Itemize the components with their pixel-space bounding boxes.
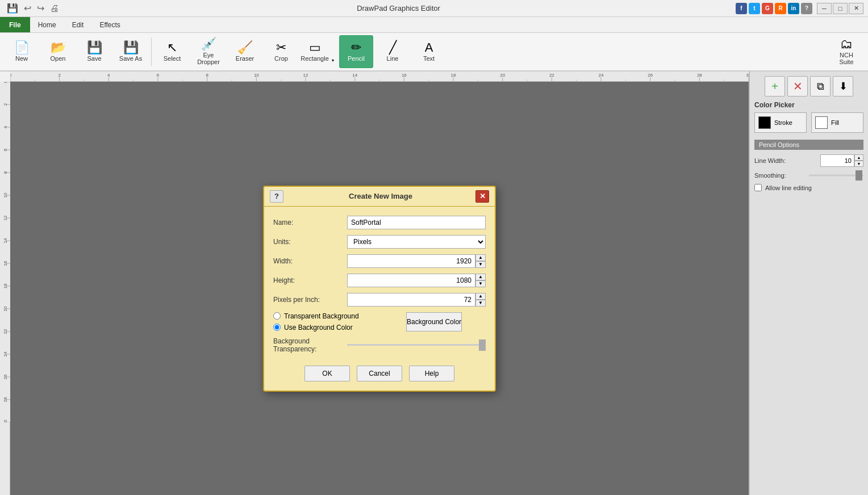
fill-color-btn[interactable]: Fill: [811, 112, 863, 133]
panel-action-buttons: + ✕ ⧉ ⬇: [754, 76, 863, 97]
help-icon-social: ?: [801, 3, 812, 14]
rectangle-btn[interactable]: ▭ Rectangle: [301, 35, 329, 68]
ok-btn[interactable]: OK: [304, 366, 350, 381]
svg-text:22: 22: [549, 73, 554, 78]
transparent-bg-label[interactable]: Transparent Background: [284, 312, 359, 320]
new-icon: 📄: [14, 41, 30, 54]
move-down-btn[interactable]: ⬇: [833, 76, 853, 97]
svg-text:16: 16: [3, 261, 8, 266]
ppi-input[interactable]: [347, 293, 475, 307]
transparency-row: Background Transparency:: [273, 337, 486, 353]
line-width-up-btn[interactable]: ▲: [854, 154, 863, 161]
svg-text:2: 2: [58, 73, 61, 78]
svg-text:26: 26: [648, 73, 653, 78]
transparent-bg-row[interactable]: Transparent Background: [273, 312, 406, 320]
menu-file[interactable]: File: [0, 17, 30, 32]
ppi-row: Pixels per Inch: ▲ ▼: [273, 293, 486, 307]
line-width-down-btn[interactable]: ▼: [854, 161, 863, 167]
rectangle-dropdown-btn[interactable]: ▾: [329, 35, 337, 68]
open-btn[interactable]: 📂 Open: [41, 35, 75, 68]
svg-text:28: 28: [697, 73, 702, 78]
width-input[interactable]: [347, 254, 475, 268]
ppi-down-btn[interactable]: ▼: [475, 300, 486, 307]
nch-suite-btn[interactable]: 🗂 NCH Suite: [829, 35, 863, 68]
save-as-btn[interactable]: 💾 Save As: [114, 35, 148, 68]
height-input[interactable]: [347, 274, 475, 287]
minimize-btn[interactable]: ─: [817, 3, 832, 14]
close-btn[interactable]: ✕: [849, 3, 863, 14]
dialog-body: Name: Units: Pixels: [264, 207, 495, 366]
crop-btn[interactable]: ✂ Crop: [264, 35, 298, 68]
width-field-wrapper: ▲ ▼: [347, 254, 486, 268]
fill-label: Fill: [831, 119, 839, 126]
line-btn[interactable]: ╱ Line: [375, 35, 410, 68]
transparency-slider[interactable]: [347, 339, 486, 351]
name-input[interactable]: [347, 216, 486, 229]
svg-text:0: 0: [3, 82, 8, 83]
eyedropper-icon: 💉: [201, 38, 216, 51]
ppi-up-btn[interactable]: ▲: [475, 293, 486, 300]
delete-layer-btn[interactable]: ✕: [787, 76, 808, 97]
transparent-bg-radio[interactable]: [273, 312, 281, 320]
maximize-btn[interactable]: □: [833, 3, 848, 14]
pencil-options-section: Pencil Options Line Width: ▲ ▼ Smoothing…: [754, 140, 863, 191]
allow-line-editing-label[interactable]: Allow line editing: [765, 184, 812, 191]
svg-text:20: 20: [500, 73, 505, 78]
canvas-container[interactable]: ? Create New Image ✕ Name:: [10, 82, 749, 495]
menu-effects[interactable]: Effects: [91, 17, 128, 32]
svg-text:18: 18: [451, 73, 456, 78]
width-spinner-group: ▲ ▼: [347, 254, 486, 268]
help-btn[interactable]: Help: [409, 366, 454, 381]
redo-btn[interactable]: ↪: [35, 2, 47, 15]
eraser-btn[interactable]: 🧹 Eraser: [228, 35, 262, 68]
line-width-input[interactable]: [820, 154, 854, 167]
copy-layer-btn[interactable]: ⧉: [810, 76, 831, 97]
svg-text:10: 10: [3, 192, 8, 198]
svg-rect-48: [0, 82, 10, 422]
add-layer-btn[interactable]: +: [765, 76, 785, 97]
use-bg-color-label[interactable]: Use Background Color: [284, 324, 353, 332]
svg-text:28: 28: [3, 397, 8, 402]
create-new-image-dialog: ? Create New Image ✕ Name:: [263, 186, 496, 392]
bg-color-btn[interactable]: Background Color: [406, 312, 462, 332]
new-btn[interactable]: 📄 New: [5, 35, 39, 68]
allow-line-editing-checkbox[interactable]: [754, 184, 762, 191]
background-row: Transparent Background Use Background Co…: [273, 312, 486, 332]
name-field-wrapper: [347, 216, 486, 229]
text-icon: A: [425, 41, 433, 54]
dialog-close-btn[interactable]: ✕: [475, 190, 489, 203]
select-btn[interactable]: ↖ Select: [155, 35, 189, 68]
use-bg-color-row[interactable]: Use Background Color: [273, 324, 406, 332]
menu-edit[interactable]: Edit: [64, 17, 92, 32]
title-bar: 💾 ↩ ↪ 🖨 DrawPad Graphics Editor f t G R …: [0, 0, 868, 17]
svg-text:2: 2: [3, 103, 8, 106]
save-btn[interactable]: 💾 Save: [77, 35, 111, 68]
quick-save-btn[interactable]: 💾: [5, 2, 20, 15]
undo-btn[interactable]: ↩: [22, 2, 34, 15]
units-select[interactable]: Pixels Inches Centimeters: [347, 235, 486, 249]
cancel-btn[interactable]: Cancel: [357, 366, 402, 381]
text-btn[interactable]: A Text: [412, 35, 446, 68]
width-up-btn[interactable]: ▲: [475, 254, 486, 261]
slider-thumb[interactable]: [479, 339, 486, 351]
dialog-help-icon-btn[interactable]: ?: [270, 190, 283, 203]
height-up-btn[interactable]: ▲: [475, 274, 486, 280]
bg-radio-group: Transparent Background Use Background Co…: [273, 312, 406, 332]
height-down-btn[interactable]: ▼: [475, 280, 486, 287]
svg-text:6: 6: [3, 148, 8, 151]
svg-text:24: 24: [3, 351, 8, 356]
svg-text:14: 14: [352, 73, 357, 78]
rss-icon: R: [775, 3, 786, 14]
window-controls: ─ □ ✕: [817, 3, 863, 14]
smoothing-label: Smoothing:: [754, 172, 809, 179]
svg-text:30: 30: [746, 73, 749, 78]
use-bg-color-radio[interactable]: [273, 324, 281, 331]
print-btn[interactable]: 🖨: [48, 2, 61, 15]
stroke-color-btn[interactable]: Stroke: [754, 112, 807, 133]
eye-dropper-btn[interactable]: 💉 Eye Dropper: [191, 35, 226, 68]
width-down-btn[interactable]: ▼: [475, 261, 486, 268]
menu-home[interactable]: Home: [30, 17, 64, 32]
pencil-btn[interactable]: ✏ Pencil: [339, 35, 373, 68]
smoothing-slider[interactable]: [809, 171, 863, 179]
smoothing-thumb[interactable]: [856, 170, 862, 181]
